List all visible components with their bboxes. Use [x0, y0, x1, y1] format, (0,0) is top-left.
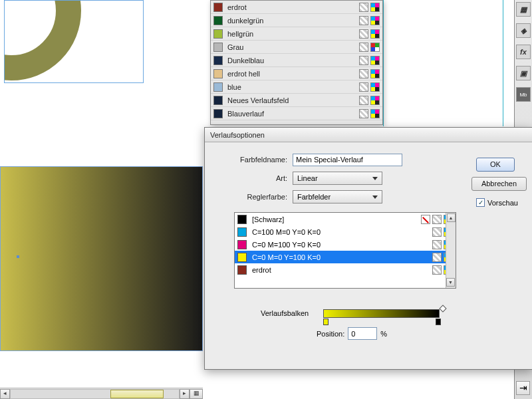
- gradient-stop-left[interactable]: [323, 319, 329, 325]
- swatch-name: dunkelgrün: [227, 17, 357, 25]
- swatch-name: Dunkelblau: [227, 57, 357, 65]
- selected-frame[interactable]: [4, 0, 144, 83]
- swatch-name: blue: [227, 83, 357, 91]
- chevron-down-icon: [372, 196, 378, 199]
- color-model-icon: [370, 29, 380, 39]
- scroll-thumb[interactable]: [110, 390, 164, 398]
- ring-shape: [4, 0, 81, 80]
- position-unit: %: [380, 330, 387, 338]
- swatch-mode-icon: [432, 215, 442, 224]
- swatch-chip: [213, 56, 223, 65]
- swatch-row[interactable]: erdrot hell: [211, 67, 382, 80]
- swatch-name: Blauverlauf: [227, 110, 357, 118]
- color-chip: [237, 215, 247, 224]
- swatch-mode-icon: [359, 96, 368, 105]
- color-chip: [237, 227, 247, 237]
- color-model-icon: [370, 16, 380, 25]
- scroll-right-icon[interactable]: ▸: [180, 389, 190, 399]
- swatch-row[interactable]: dunkelgrün: [211, 14, 382, 27]
- swatch-name: Grau: [227, 43, 357, 51]
- color-list-row[interactable]: [Schwarz]: [235, 213, 456, 225]
- midpoint-diamond[interactable]: [439, 305, 446, 312]
- mb-panel-icon[interactable]: Mb: [516, 87, 531, 102]
- swatch-row[interactable]: Grau: [211, 41, 382, 54]
- swatches-panel-icon[interactable]: ▦: [516, 2, 531, 17]
- color-name: [Schwarz]: [252, 215, 419, 223]
- fx-panel-icon[interactable]: fx: [516, 45, 531, 59]
- swatch-mode-icon: [359, 69, 368, 78]
- color-model-icon: [370, 109, 380, 118]
- swatch-chip: [213, 96, 223, 105]
- gradient-stop-right[interactable]: [436, 319, 441, 325]
- gradient-options-dialog: Verlaufsoptionen Farbfeldname: Art: Line…: [204, 127, 532, 370]
- gradient-type-value: Linear: [297, 174, 318, 182]
- swatch-mode-icon: [359, 109, 368, 118]
- preview-label: Vorschau: [487, 199, 518, 207]
- guide[interactable]: [503, 0, 503, 126]
- swatch-mode-icon: [359, 82, 368, 92]
- non-editable-icon: [421, 215, 430, 224]
- color-name: C=0 M=100 Y=0 K=0: [252, 241, 430, 249]
- type-label: Art:: [211, 174, 293, 182]
- color-model-icon: [370, 3, 380, 12]
- dialog-title: Verlaufsoptionen: [205, 128, 532, 142]
- swatch-mode-icon: [359, 29, 368, 39]
- swatch-mode-icon: [432, 227, 442, 237]
- cancel-button[interactable]: Abbrechen: [471, 177, 527, 191]
- stop-color-dropdown[interactable]: Farbfelder: [293, 190, 382, 203]
- swatch-chip: [213, 109, 223, 118]
- swatch-row[interactable]: blue: [211, 80, 382, 94]
- color-name: C=100 M=0 Y=0 K=0: [252, 228, 430, 236]
- object-styles-icon[interactable]: ▣: [516, 66, 531, 80]
- color-list-row[interactable]: C=100 M=0 Y=0 K=0: [235, 225, 456, 238]
- swatch-row[interactable]: erdrot: [211, 1, 382, 14]
- gradient-ramp[interactable]: [323, 309, 440, 318]
- stop-color-value: Farbfelder: [297, 193, 331, 201]
- position-input[interactable]: [348, 327, 377, 340]
- swatch-name: Neues Verlaufsfeld: [227, 96, 357, 104]
- color-chip: [237, 253, 247, 262]
- swatch-row[interactable]: Blauverlauf: [211, 107, 382, 120]
- swatch-mode-icon: [432, 240, 442, 249]
- layers-panel-icon[interactable]: ◈: [516, 23, 531, 38]
- preview-checkbox[interactable]: ✓ Vorschau: [476, 198, 518, 207]
- swatch-mode-icon: [432, 253, 442, 262]
- gradient-type-dropdown[interactable]: Linear: [293, 172, 382, 185]
- swatch-name-input[interactable]: [293, 154, 402, 166]
- swatch-row[interactable]: Dunkelblau: [211, 54, 382, 67]
- gradient-rectangle[interactable]: [0, 166, 203, 351]
- anchor-point[interactable]: [17, 255, 19, 258]
- color-model-icon: [370, 43, 380, 52]
- color-chip: [237, 265, 247, 275]
- scrollbar[interactable]: ▲ ▼: [446, 213, 456, 288]
- swatch-name: erdrot: [227, 3, 357, 11]
- swatch-chip: [213, 69, 223, 78]
- swatch-mode-icon: [359, 43, 368, 52]
- swatch-mode-icon: [359, 16, 368, 25]
- color-list-row[interactable]: C=0 M=100 Y=0 K=0: [235, 238, 456, 251]
- scroll-down-icon[interactable]: ▼: [446, 278, 455, 287]
- ok-button[interactable]: OK: [476, 158, 515, 172]
- color-list-row[interactable]: C=0 M=0 Y=100 K=0: [235, 251, 456, 263]
- page-nav-icon[interactable]: ▦: [190, 389, 203, 399]
- swatch-chip: [213, 29, 223, 39]
- color-name: erdrot: [252, 266, 430, 274]
- swatch-chip: [213, 82, 223, 92]
- swatches-panel: erdrot dunkelgrün hellgrün Grau Dunkelbl…: [210, 0, 383, 125]
- swatch-color-list[interactable]: [Schwarz] C=100 M=0 Y=0 K=0 C=0 M=100 Y=…: [234, 212, 456, 289]
- chevron-down-icon: [372, 177, 378, 180]
- guide[interactable]: [383, 0, 384, 126]
- horizontal-scrollbar[interactable]: ◂ ▸ ▦: [0, 388, 203, 399]
- swatch-chip: [213, 3, 223, 12]
- color-chip: [237, 240, 247, 249]
- color-list-row[interactable]: erdrot: [235, 263, 456, 276]
- color-model-icon: [370, 56, 380, 65]
- swatch-mode-icon: [359, 56, 368, 65]
- scroll-up-icon[interactable]: ▲: [447, 213, 456, 222]
- expand-panels-icon[interactable]: ⇥: [516, 381, 530, 395]
- scroll-left-icon[interactable]: ◂: [0, 389, 10, 399]
- swatch-row[interactable]: Neues Verlaufsfeld: [211, 94, 382, 107]
- scroll-track[interactable]: [10, 389, 180, 399]
- color-model-icon: [370, 82, 380, 92]
- swatch-row[interactable]: hellgrün: [211, 27, 382, 41]
